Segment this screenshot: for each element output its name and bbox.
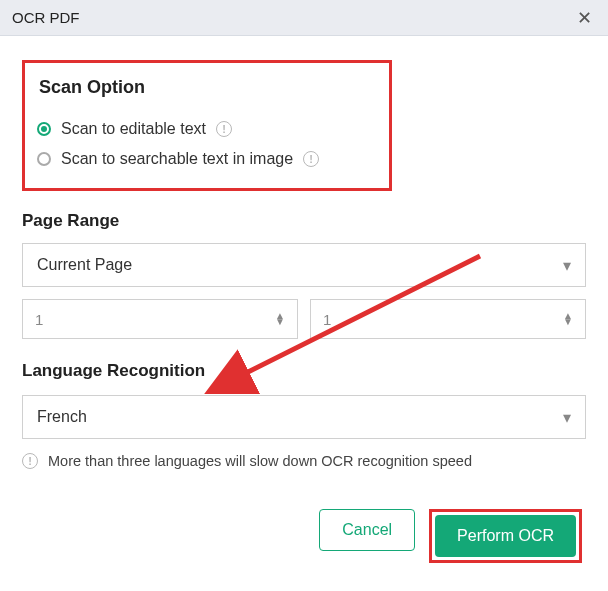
perform-ocr-button[interactable]: Perform OCR bbox=[435, 515, 576, 557]
page-range-group: Page Range Current Page ▾ 1 ▲ ▼ 1 ▲ ▼ bbox=[22, 211, 586, 339]
title-bar: OCR PDF ✕ bbox=[0, 0, 608, 36]
close-icon[interactable]: ✕ bbox=[572, 7, 596, 29]
perform-ocr-highlight: Perform OCR bbox=[429, 509, 582, 563]
radio-icon bbox=[37, 152, 51, 166]
radio-icon bbox=[37, 122, 51, 136]
page-from-stepper[interactable]: 1 ▲ ▼ bbox=[22, 299, 298, 339]
stepper-arrows: ▲ ▼ bbox=[275, 313, 285, 325]
chevron-down-icon: ▾ bbox=[563, 256, 571, 275]
dropdown-value: French bbox=[37, 408, 87, 426]
info-icon[interactable]: ! bbox=[216, 121, 232, 137]
info-icon[interactable]: ! bbox=[303, 151, 319, 167]
dropdown-value: Current Page bbox=[37, 256, 132, 274]
language-warning: ! More than three languages will slow do… bbox=[22, 453, 586, 469]
language-title: Language Recognition bbox=[22, 361, 205, 381]
language-header: Language Recognition bbox=[22, 361, 586, 381]
language-group: Language Recognition French ▾ ! More tha… bbox=[22, 361, 586, 469]
language-dropdown[interactable]: French ▾ bbox=[22, 395, 586, 439]
radio-label: Scan to editable text bbox=[61, 120, 206, 138]
warning-text: More than three languages will slow down… bbox=[48, 453, 472, 469]
scan-option-title: Scan Option bbox=[33, 77, 375, 98]
stepper-value: 1 bbox=[35, 311, 43, 328]
chevron-down-icon: ▾ bbox=[563, 408, 571, 427]
button-row: Cancel Perform OCR bbox=[22, 509, 586, 563]
info-icon: ! bbox=[22, 453, 38, 469]
page-range-spinner-row: 1 ▲ ▼ 1 ▲ ▼ bbox=[22, 299, 586, 339]
page-range-title: Page Range bbox=[22, 211, 586, 231]
arrow-down-icon[interactable]: ▼ bbox=[563, 319, 573, 325]
dialog-content: Scan Option Scan to editable text ! Scan… bbox=[0, 36, 608, 579]
arrow-down-icon[interactable]: ▼ bbox=[275, 319, 285, 325]
scan-option-highlight: Scan Option Scan to editable text ! Scan… bbox=[22, 60, 392, 191]
cancel-button[interactable]: Cancel bbox=[319, 509, 415, 551]
page-to-stepper[interactable]: 1 ▲ ▼ bbox=[310, 299, 586, 339]
radio-scan-searchable[interactable]: Scan to searchable text in image ! bbox=[33, 144, 375, 174]
radio-label: Scan to searchable text in image bbox=[61, 150, 293, 168]
dialog-title: OCR PDF bbox=[12, 9, 80, 26]
stepper-arrows: ▲ ▼ bbox=[563, 313, 573, 325]
stepper-value: 1 bbox=[323, 311, 331, 328]
page-range-dropdown[interactable]: Current Page ▾ bbox=[22, 243, 586, 287]
radio-scan-editable[interactable]: Scan to editable text ! bbox=[33, 114, 375, 144]
